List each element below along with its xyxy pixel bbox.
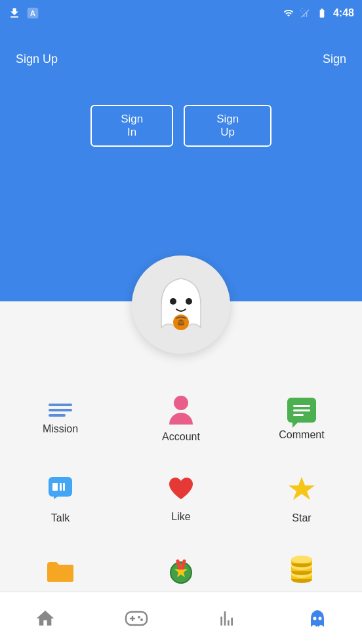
svg-rect-27 xyxy=(126,612,147,625)
a-status-icon: A xyxy=(26,7,39,20)
svg-marker-11 xyxy=(54,497,58,499)
icon-grid: Mission Account Comment xyxy=(0,367,362,628)
wifi-icon xyxy=(282,8,295,18)
status-bar-left: A xyxy=(8,7,39,20)
svg-rect-9 xyxy=(60,483,62,491)
ghost-icon xyxy=(148,269,214,341)
signal-icon xyxy=(299,8,311,18)
svg-text:A: A xyxy=(30,9,35,17)
like-label: Like xyxy=(171,511,190,523)
mission-item[interactable]: Mission xyxy=(0,380,121,459)
nav-ghost[interactable] xyxy=(294,602,341,635)
download-status-icon xyxy=(8,7,21,20)
battery-icon xyxy=(315,8,329,18)
header-signup-left[interactable]: Sign Up xyxy=(16,52,58,66)
like-icon xyxy=(167,476,195,504)
account-label: Account xyxy=(162,431,200,443)
svg-point-32 xyxy=(313,616,316,620)
like-item[interactable]: Like xyxy=(121,459,241,540)
comment-icon xyxy=(287,398,316,423)
svg-point-3 xyxy=(186,298,192,305)
ghost-nav-icon xyxy=(307,607,328,630)
svg-point-31 xyxy=(140,618,143,621)
status-bar-right: 4:48 xyxy=(282,7,354,19)
talk-label: Talk xyxy=(51,512,70,524)
clock: 4:48 xyxy=(333,7,354,19)
svg-point-2 xyxy=(170,298,176,305)
chart-icon xyxy=(217,608,238,629)
svg-rect-8 xyxy=(52,483,58,491)
nav-game[interactable] xyxy=(111,604,161,633)
comment-label: Comment xyxy=(279,429,324,441)
header-sign-right[interactable]: Sign xyxy=(323,52,346,66)
comment-item[interactable]: Comment xyxy=(241,380,362,459)
mission-icon xyxy=(49,404,72,417)
nav-home[interactable] xyxy=(22,603,69,634)
account-item[interactable]: Account xyxy=(121,380,241,459)
mission-label: Mission xyxy=(43,423,78,435)
star-icon xyxy=(287,474,316,506)
auth-buttons: Sign In Sign Up xyxy=(90,105,272,147)
talk-icon xyxy=(46,474,75,506)
star-item[interactable]: Star xyxy=(241,459,362,540)
sign-in-button[interactable]: Sign In xyxy=(90,105,173,147)
star-label: Star xyxy=(292,512,311,524)
home-icon xyxy=(35,608,56,629)
download-icon xyxy=(45,557,76,586)
svg-point-30 xyxy=(138,616,140,618)
game-icon xyxy=(125,609,148,628)
sign-up-button[interactable]: Sign Up xyxy=(184,105,272,147)
blue-section: Sign In Sign Up xyxy=(0,92,362,301)
status-bar: A 4:48 xyxy=(0,0,362,26)
svg-marker-12 xyxy=(289,477,315,500)
rank-icon xyxy=(167,556,195,587)
money-icon xyxy=(286,556,317,587)
avatar xyxy=(132,256,230,354)
bottom-nav xyxy=(0,592,362,644)
talk-item[interactable]: Talk xyxy=(0,459,121,540)
account-icon xyxy=(169,396,193,425)
svg-rect-10 xyxy=(63,483,65,491)
nav-chart[interactable] xyxy=(204,603,251,634)
svg-point-26 xyxy=(291,556,312,563)
svg-point-33 xyxy=(318,616,321,620)
header: Sign Up Sign xyxy=(0,26,362,92)
